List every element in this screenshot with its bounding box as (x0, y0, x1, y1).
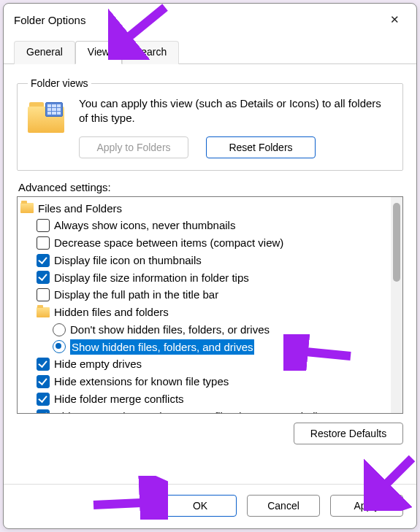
folder-icon (37, 307, 50, 317)
scrollbar[interactable] (391, 197, 402, 413)
checkbox-icon[interactable] (37, 288, 50, 301)
folder-views-description: You can apply this view (such as Details… (79, 96, 392, 126)
scrollbar-thumb[interactable] (393, 203, 400, 282)
folder-views-icon (28, 96, 67, 133)
tree-group-hidden-files: Hidden files and folders (20, 304, 389, 321)
tab-content-view: Folder views You can apply this view (su… (4, 64, 416, 452)
folder-options-dialog: Folder Options ✕ General View Search Fol… (3, 3, 417, 529)
reset-folders-button[interactable]: Reset Folders (206, 136, 316, 158)
apply-to-folders-button[interactable]: Apply to Folders (79, 136, 188, 158)
tab-view[interactable]: View (75, 41, 122, 64)
dialog-button-bar: OK Cancel Apply (4, 484, 416, 528)
checkbox-icon[interactable] (37, 409, 50, 412)
radio-icon[interactable] (53, 340, 66, 353)
checkbox-icon[interactable] (37, 271, 50, 284)
ok-button[interactable]: OK (164, 495, 237, 517)
tab-strip: General View Search (4, 40, 416, 64)
tree-item[interactable]: Display file icon on thumbnails (20, 252, 389, 269)
tree-item[interactable]: Hide folder merge conflicts (20, 390, 389, 408)
window-title: Folder Options (14, 14, 85, 26)
title-bar: Folder Options ✕ (4, 4, 416, 34)
folder-views-group: Folder views You can apply this view (su… (17, 77, 403, 171)
restore-defaults-button[interactable]: Restore Defaults (294, 423, 403, 444)
close-button[interactable]: ✕ (380, 9, 409, 30)
tree-radio-dont-show-hidden[interactable]: Don't show hidden files, folders, or dri… (20, 321, 389, 339)
tab-general[interactable]: General (14, 41, 75, 64)
checkbox-icon[interactable] (37, 375, 50, 388)
checkbox-icon[interactable] (37, 358, 50, 371)
apply-button[interactable]: Apply (330, 495, 403, 517)
cancel-button[interactable]: Cancel (247, 495, 320, 517)
advanced-settings-label: Advanced settings: (18, 181, 403, 193)
tab-search[interactable]: Search (122, 41, 179, 64)
checkbox-icon[interactable] (37, 219, 50, 232)
tree-item[interactable]: Always show icons, never thumbnails (20, 217, 389, 234)
checkbox-icon[interactable] (37, 254, 50, 267)
tree-item[interactable]: Decrease space between items (compact vi… (20, 234, 389, 252)
advanced-settings-tree[interactable]: Files and Folders Always show icons, nev… (17, 196, 403, 414)
checkbox-icon[interactable] (37, 393, 50, 406)
folder-views-legend: Folder views (28, 77, 91, 89)
tree-item[interactable]: Display the full path in the title bar (20, 286, 389, 304)
folder-icon (20, 203, 34, 213)
tree-item[interactable]: Hide protected operating system files (R… (20, 408, 389, 413)
checkbox-icon[interactable] (37, 236, 50, 250)
tree-radio-show-hidden[interactable]: Show hidden files, folders, and drives (20, 339, 389, 356)
tree-group-files-folders: Files and Folders (20, 200, 389, 217)
tree-item[interactable]: Hide empty drives (20, 355, 389, 373)
radio-icon[interactable] (53, 323, 66, 336)
close-icon: ✕ (390, 13, 400, 26)
selected-option-label: Show hidden files, folders, and drives (70, 339, 254, 355)
tree-item[interactable]: Display file size information in folder … (20, 269, 389, 287)
tree-item[interactable]: Hide extensions for known file types (20, 373, 389, 390)
